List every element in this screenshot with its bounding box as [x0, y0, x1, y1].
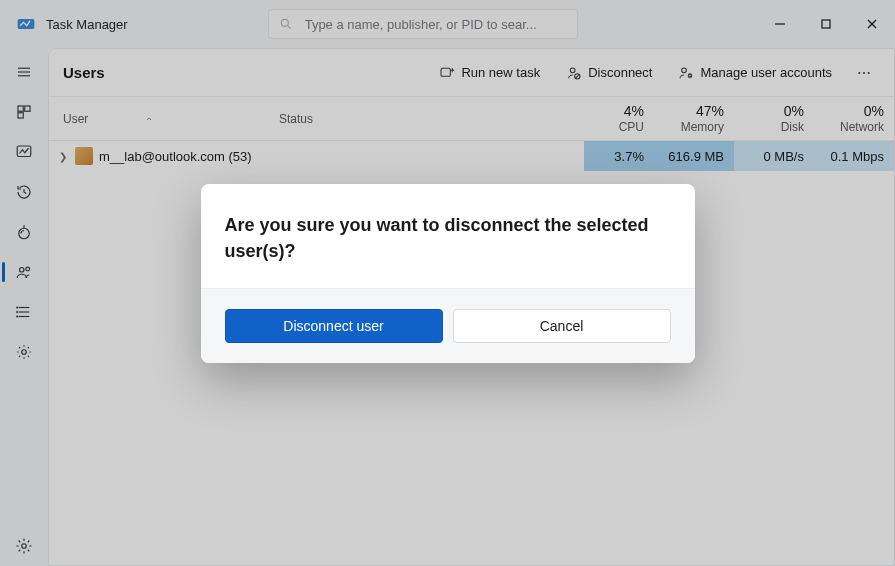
dialog-message: Are you sure you want to disconnect the … — [225, 212, 669, 264]
dialog-actions: Disconnect user Cancel — [201, 288, 695, 363]
disconnect-user-label: Disconnect user — [283, 318, 383, 334]
task-manager-window: Task Manager — [0, 0, 895, 566]
cancel-label: Cancel — [540, 318, 584, 334]
modal-backdrop: Are you sure you want to disconnect the … — [0, 0, 895, 566]
dialog-body: Are you sure you want to disconnect the … — [201, 184, 695, 288]
confirm-disconnect-dialog: Are you sure you want to disconnect the … — [201, 184, 695, 363]
disconnect-user-button[interactable]: Disconnect user — [225, 309, 443, 343]
cancel-button[interactable]: Cancel — [453, 309, 671, 343]
